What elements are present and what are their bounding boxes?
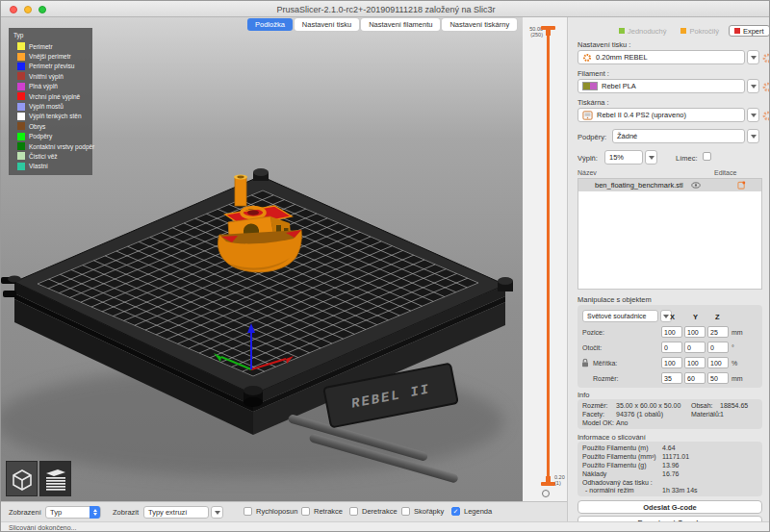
advanced-mode-icon [680, 28, 686, 34]
cost-value: 16.76 [662, 470, 680, 477]
layer-slider-track[interactable] [547, 31, 550, 483]
size-x-input[interactable] [661, 372, 682, 384]
legend-color-swatch [17, 133, 25, 140]
eye-visibility-icon[interactable] [691, 182, 701, 189]
printer-label: Tiskárna : [578, 98, 609, 107]
filament-settings-gear-icon[interactable] [762, 82, 770, 92]
filament-preset-dropdown-button[interactable] [747, 79, 759, 93]
position-label: Pozice: [582, 329, 604, 336]
supports-dropdown-button[interactable] [747, 129, 759, 143]
rotate-z-input[interactable] [707, 342, 729, 353]
filament-preset-select[interactable]: Rebel PLA [578, 79, 745, 93]
position-y-input[interactable] [684, 326, 706, 338]
infill-dropdown-button[interactable] [645, 150, 657, 165]
travel-checkbox[interactable] [244, 507, 252, 516]
tab-plater[interactable]: Podložka [247, 18, 293, 31]
chevron-down-icon [663, 315, 669, 318]
unretractions-checkbox-group: Deretrakce [349, 507, 398, 516]
preview-view-button[interactable] [39, 461, 71, 496]
print-preset-dropdown-button[interactable] [747, 50, 759, 64]
mode-simple-button[interactable]: Jednoduchý [614, 25, 671, 37]
object-list-item[interactable]: ben_floating_benchmark.stl [578, 179, 761, 191]
object-list-name-header: Název [578, 169, 597, 176]
legend-item-label: Čisticí věž [29, 153, 58, 160]
rotate-y-input[interactable] [684, 342, 706, 353]
printer-settings-gear-icon[interactable] [762, 111, 770, 121]
chevron-down-icon [751, 85, 757, 89]
legend-item: Podpěry [12, 132, 90, 141]
info-title: Info [578, 391, 590, 399]
info-panel: Rozměr: 35.00 x 60.00 x 50.00 Obsah: 188… [578, 399, 762, 429]
tab-bar: Podložka Nastavení tisku Nastavení filam… [247, 18, 517, 31]
supports-select[interactable]: Žádné [612, 129, 745, 143]
expert-mode-icon [734, 28, 740, 34]
position-x-input[interactable] [661, 326, 682, 338]
info-manifold-label: Model OK: [582, 419, 614, 426]
legend-item: Vrchní plné výplně [12, 91, 90, 101]
legend-color-swatch [17, 163, 25, 170]
legend-item-label: Vlastní [29, 163, 48, 169]
edit-object-icon[interactable] [737, 181, 746, 190]
sliced-info-panel: Použito Filamentu (m) 4.64 Použito Filam… [578, 442, 762, 496]
scale-y-input[interactable] [684, 357, 706, 368]
shells-checkbox-group: Skořápky [401, 507, 444, 516]
rotate-x-input[interactable] [661, 342, 682, 353]
filament-mm3-label: Použito Filamentu (mm³) [582, 453, 656, 460]
show-features-dropdown-button[interactable] [211, 506, 223, 519]
filament-color-swatch [582, 82, 598, 90]
right-panel: Jednoduchý Pokročilý Expert Nastavení ti… [567, 17, 770, 521]
tab-print-settings[interactable]: Nastavení tisku [295, 18, 359, 31]
position-unit: mm [732, 329, 743, 336]
size-z-input[interactable] [707, 372, 729, 384]
print-preset-gear-icon [582, 53, 592, 63]
object-name: ben_floating_benchmark.stl [595, 181, 683, 190]
unretractions-checkbox[interactable] [349, 507, 358, 516]
one-layer-mode-icon[interactable] [542, 490, 550, 497]
printer-preset-dropdown-button[interactable] [747, 108, 759, 122]
mode-advanced-button[interactable]: Pokročilý [676, 25, 723, 37]
print-settings-gear-icon[interactable] [762, 53, 770, 63]
editor-view-button[interactable] [6, 461, 38, 496]
layer-slider-lower-thumb[interactable] [541, 476, 555, 486]
info-materials-label: Materiálů: [691, 411, 721, 418]
scale-z-input[interactable] [707, 357, 729, 368]
size-y-input[interactable] [684, 372, 706, 384]
position-z-input[interactable] [707, 326, 729, 338]
infill-label: Výplň: [578, 154, 598, 163]
legend-color-swatch [17, 92, 25, 100]
tab-printer-settings[interactable]: Nastavení tiskárny [442, 18, 517, 31]
object-list: ben_floating_benchmark.stl [578, 178, 762, 290]
retractions-checkbox[interactable] [301, 507, 310, 516]
popup-stepper-icon [90, 506, 100, 519]
app-window: PrusaSlicer-2.1.0-rc2+-201909111218 zalo… [0, 0, 770, 532]
shells-checkbox[interactable] [401, 507, 410, 516]
printer-preset-select[interactable]: Rebel II 0.4 PS2 (upraveno) [578, 108, 745, 122]
brim-checkbox[interactable] [703, 152, 711, 161]
chevron-down-icon [751, 56, 757, 60]
view-mode-select[interactable]: Typ [45, 506, 101, 519]
layer-slider-upper-thumb[interactable] [541, 26, 555, 36]
legend-item-label: Kontaktní vrstvy podpěr [29, 143, 94, 150]
legend-checkbox[interactable]: ✓ [451, 507, 460, 516]
manipulation-panel: Světové souřadnice X Y Z Pozice: mm Otoč… [578, 305, 762, 388]
legend-item: Plná výplň [12, 82, 90, 91]
send-gcode-button[interactable]: Odeslat G-code [578, 500, 762, 514]
legend-item-label: Výplň tenkých stěn [29, 113, 82, 119]
legend-color-swatch [17, 63, 25, 70]
viewport-3d[interactable]: REBEL II [1, 17, 523, 501]
window-title: PrusaSlicer-2.1.0-rc2+-201909111218 zalo… [1, 5, 770, 14]
scale-lock-icon[interactable] [581, 358, 589, 367]
infill-select[interactable]: 15% [604, 150, 643, 165]
legend-item: Kontaktní vrstvy podpěr [12, 141, 90, 151]
legend-item: Perimetr převisu [12, 62, 90, 71]
tab-filament-settings[interactable]: Nastavení filamentu [361, 18, 440, 31]
mode-expert-button[interactable]: Expert [729, 25, 770, 37]
printer-icon [582, 111, 593, 120]
scale-x-input[interactable] [661, 357, 682, 368]
filament-label: Filament : [578, 69, 609, 78]
show-features-select[interactable]: Typy extruzí [143, 506, 209, 519]
title-bar: PrusaSlicer-2.1.0-rc2+-201909111218 zalo… [1, 1, 770, 17]
coordinates-select[interactable]: Světové souřadnice [582, 310, 658, 322]
print-preset-select[interactable]: 0.20mm REBEL [578, 50, 745, 64]
print-time-label: Odhadovaný čas tisku : [582, 479, 653, 486]
